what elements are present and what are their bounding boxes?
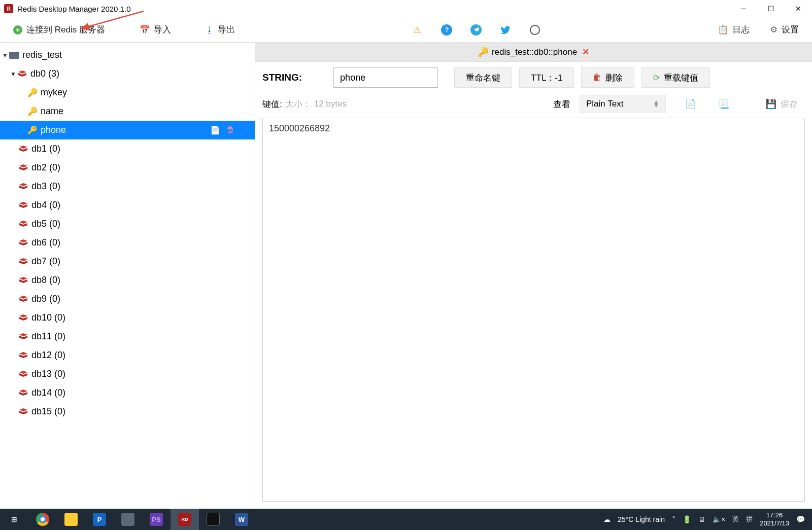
settings-button[interactable]: ⚙ 设置 bbox=[763, 21, 806, 39]
window-titlebar: R Redis Desktop Manager 2020.1.0 ─ ☐ ✕ bbox=[0, 0, 812, 17]
tray-battery-icon[interactable]: 🔋 bbox=[683, 515, 691, 523]
key-icon: 🔑 bbox=[27, 125, 37, 135]
connect-label: 连接到 Redis 服务器 bbox=[26, 24, 105, 36]
tray-network-icon[interactable]: 🖥 bbox=[698, 515, 705, 523]
copy-key-icon[interactable]: 📄 bbox=[210, 125, 220, 135]
taskbar-chrome[interactable] bbox=[28, 509, 57, 530]
tree-db[interactable]: db4 (0) bbox=[0, 196, 255, 215]
tree-db[interactable]: db15 (0) bbox=[0, 402, 255, 421]
tray-notifications-icon[interactable]: 💬 bbox=[796, 515, 805, 523]
server-icon bbox=[9, 52, 19, 59]
window-close[interactable]: ✕ bbox=[785, 0, 812, 17]
tree-db[interactable]: db9 (0) bbox=[0, 290, 255, 308]
tray-clock[interactable]: 17:26 2021/7/13 bbox=[760, 511, 789, 527]
save-button[interactable]: 💾 保存 bbox=[758, 95, 805, 113]
taskbar-explorer[interactable] bbox=[57, 509, 85, 530]
log-label: 日志 bbox=[732, 24, 750, 36]
twitter-icon[interactable] bbox=[500, 24, 511, 36]
tree-db[interactable]: db10 (0) bbox=[0, 308, 255, 327]
export-button[interactable]: ⭳ 导出 bbox=[198, 21, 242, 39]
tray-chevron-icon[interactable]: ˄ bbox=[672, 515, 675, 523]
window-title: Redis Desktop Manager 2020.1.0 bbox=[17, 5, 130, 13]
tree-key-name[interactable]: 🔑 name bbox=[0, 102, 255, 121]
window-maximize[interactable]: ☐ bbox=[757, 0, 785, 17]
tray-ime2[interactable]: 拼 bbox=[746, 515, 753, 524]
rename-key-button[interactable]: 重命名键 bbox=[454, 67, 512, 88]
tray-volume-icon[interactable]: 🔈× bbox=[713, 515, 725, 523]
app-icon: R bbox=[4, 4, 13, 13]
db-label: db8 (0) bbox=[31, 275, 60, 286]
ttl-label: TTL：-1 bbox=[531, 72, 562, 84]
tree-db[interactable]: db7 (0) bbox=[0, 252, 255, 271]
taskbar-cmd[interactable] bbox=[199, 509, 227, 530]
window-minimize[interactable]: ─ bbox=[730, 0, 757, 17]
database-icon bbox=[18, 239, 28, 247]
db-label: db7 (0) bbox=[31, 256, 60, 267]
value-content: 150000266892 bbox=[269, 123, 330, 133]
telegram-icon[interactable] bbox=[470, 24, 482, 36]
connection-tree[interactable]: ▼ redis_test ▼ db0 (3) 🔑 mykey 🔑 name 🔑 … bbox=[0, 43, 255, 509]
database-icon bbox=[18, 201, 28, 209]
tree-key-mykey[interactable]: 🔑 mykey bbox=[0, 83, 255, 102]
github-icon[interactable] bbox=[529, 24, 540, 36]
tree-db[interactable]: db6 (0) bbox=[0, 233, 255, 252]
value-meta-row: 键值: 大小： 12 bytes 查看 Plain Text ▲▼ 📄 📃 💾 … bbox=[255, 93, 812, 115]
tree-connection[interactable]: ▼ redis_test bbox=[0, 46, 255, 64]
tree-db[interactable]: db3 (0) bbox=[0, 177, 255, 196]
taskbar-phpstorm[interactable]: PS bbox=[142, 509, 171, 530]
delete-label: 删除 bbox=[605, 72, 623, 84]
view-doc-button[interactable]: 📃 bbox=[715, 95, 733, 113]
tree-db[interactable]: db13 (0) bbox=[0, 365, 255, 383]
tree-db[interactable]: db8 (0) bbox=[0, 271, 255, 290]
db-label: db3 (0) bbox=[31, 181, 60, 192]
taskbar-db-app[interactable] bbox=[114, 509, 142, 530]
delete-key-button[interactable]: 🗑 删除 bbox=[581, 67, 634, 88]
copy-value-button[interactable]: 📄 bbox=[681, 95, 699, 113]
format-select[interactable]: Plain Text ▲▼ bbox=[580, 95, 666, 113]
db-label: db4 (0) bbox=[31, 200, 60, 210]
tree-db[interactable]: db12 (0) bbox=[0, 346, 255, 365]
log-button[interactable]: 📋 日志 bbox=[710, 21, 757, 39]
tab-close-icon[interactable]: ✕ bbox=[582, 47, 589, 57]
database-icon bbox=[18, 295, 28, 303]
warning-icon[interactable]: ⚠ bbox=[412, 24, 423, 36]
size-label: 大小： bbox=[285, 98, 311, 110]
gear-icon: ⚙ bbox=[770, 24, 777, 35]
tree-db[interactable]: db11 (0) bbox=[0, 327, 255, 346]
import-button[interactable]: 📅 导入 bbox=[132, 21, 178, 39]
format-value: Plain Text bbox=[586, 99, 623, 109]
help-icon[interactable]: ? bbox=[441, 24, 452, 36]
key-name-input[interactable] bbox=[333, 67, 438, 88]
key-icon: 🔑 bbox=[478, 47, 489, 57]
taskbar-rdm[interactable]: RD bbox=[171, 509, 199, 530]
weather-icon[interactable]: ☁ bbox=[603, 515, 611, 523]
database-icon bbox=[18, 389, 28, 397]
reload-button[interactable]: ⟳ 重载键值 bbox=[641, 67, 710, 88]
tree-db[interactable]: db14 (0) bbox=[0, 383, 255, 402]
ttl-button[interactable]: TTL：-1 bbox=[519, 67, 574, 88]
key-icon: 🔑 bbox=[27, 88, 37, 97]
db-label: db15 (0) bbox=[31, 406, 65, 417]
tree-db[interactable]: db5 (0) bbox=[0, 215, 255, 233]
db-label: db11 (0) bbox=[31, 331, 65, 342]
weather-text[interactable]: 25°C Light rain bbox=[618, 515, 665, 523]
tree-key-phone[interactable]: 🔑 phone 📄 🗑 bbox=[0, 121, 255, 139]
tree-db[interactable]: db2 (0) bbox=[0, 158, 255, 177]
delete-key-icon[interactable]: 🗑 bbox=[226, 125, 234, 135]
taskbar-p-app[interactable]: P bbox=[85, 509, 114, 530]
connect-server-button[interactable]: + 连接到 Redis 服务器 bbox=[6, 21, 112, 39]
value-textarea[interactable]: 150000266892 bbox=[262, 118, 805, 502]
tree-db0[interactable]: ▼ db0 (3) bbox=[0, 64, 255, 83]
tree-db[interactable]: db1 (0) bbox=[0, 139, 255, 158]
taskbar-start[interactable]: ⊞ bbox=[0, 509, 28, 530]
database-icon bbox=[18, 351, 28, 360]
key-actions-row: STRING: 重命名键 TTL：-1 🗑 删除 ⟳ 重载键值 bbox=[255, 62, 812, 93]
value-label: 键值: bbox=[262, 98, 282, 110]
tab-title[interactable]: redis_test::db0::phone bbox=[492, 47, 577, 57]
taskbar-word[interactable]: W bbox=[227, 509, 256, 530]
main-toolbar: + 连接到 Redis 服务器 📅 导入 ⭳ 导出 ⚠ ? 📋 日志 ⚙ 设置 bbox=[0, 17, 812, 43]
tray-ime1[interactable]: 英 bbox=[732, 515, 739, 524]
import-label: 导入 bbox=[154, 24, 171, 36]
caret-icon: ▼ bbox=[1, 52, 9, 59]
database-icon bbox=[18, 408, 28, 416]
